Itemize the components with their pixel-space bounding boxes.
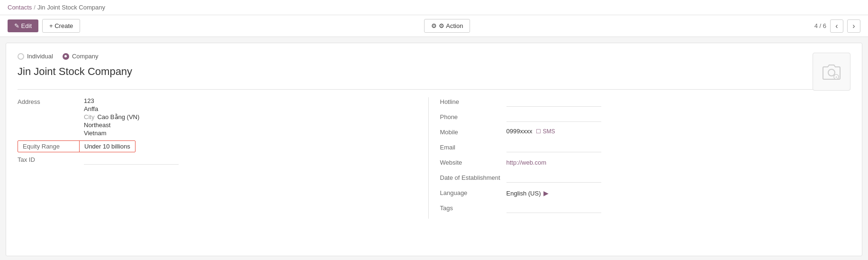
equity-range-wrapper: Equity Range Under 10 billions — [18, 140, 136, 152]
left-column: Address 123 Anffa City Cao Bằng (VN) Nor… — [18, 97, 428, 219]
website-value[interactable]: http://web.com — [506, 158, 547, 166]
city-label: City — [84, 113, 94, 121]
address-country: Vietnam — [84, 130, 139, 137]
company-radio[interactable] — [63, 53, 69, 60]
sms-label: SMS — [542, 128, 555, 135]
create-button[interactable]: + Create — [42, 19, 80, 33]
website-row: Website http://web.com — [440, 158, 851, 170]
svg-text:+: + — [835, 75, 838, 80]
mobile-row: Mobile 0999xxxx ☐ SMS — [440, 128, 851, 140]
individual-label: Individual — [27, 53, 53, 60]
tags-row: Tags — [440, 204, 851, 216]
phone-value[interactable] — [506, 112, 601, 122]
language-label: Language — [440, 188, 506, 196]
address-city-line: City Cao Bằng (VN) — [84, 113, 139, 121]
main-content: + Individual Company Jin Joint Stock Com… — [6, 43, 862, 256]
hotline-label: Hotline — [440, 97, 506, 105]
tax-id-value[interactable] — [84, 155, 179, 165]
divider — [18, 89, 850, 90]
email-label: Email — [440, 143, 506, 151]
address-line2: Anffa — [84, 105, 139, 112]
company-label: Company — [72, 53, 99, 60]
sms-icon: ☐ — [536, 128, 541, 135]
mobile-label: Mobile — [440, 128, 506, 136]
action-label: ⚙ Action — [439, 22, 463, 29]
breadcrumb-separator: / — [34, 4, 36, 11]
action-button[interactable]: ⚙ ⚙ Action — [424, 19, 470, 33]
email-row: Email — [440, 143, 851, 155]
breadcrumb-current: Jin Joint Stock Company — [37, 4, 105, 11]
pager-next-button[interactable]: › — [847, 19, 860, 33]
type-company[interactable]: Company — [63, 53, 99, 60]
hotline-row: Hotline — [440, 97, 851, 110]
camera-icon: + — [822, 63, 841, 80]
hotline-value[interactable] — [506, 97, 601, 107]
gear-icon: ⚙ — [431, 22, 437, 29]
phone-row: Phone — [440, 112, 851, 125]
city-value: Cao Bằng (VN) — [97, 113, 139, 121]
photo-placeholder[interactable]: + — [813, 53, 850, 91]
equity-range-label: Equity Range — [18, 141, 80, 152]
breadcrumb: Contacts / Jin Joint Stock Company — [0, 0, 868, 15]
language-icon: ▶ — [543, 189, 549, 197]
equity-range-value: Under 10 billions — [80, 141, 135, 152]
tags-value[interactable] — [506, 204, 601, 213]
pager: 4 / 6 ‹ › — [814, 19, 860, 33]
address-field: Address 123 Anffa City Cao Bằng (VN) Nor… — [18, 97, 428, 138]
tax-id-row: Tax ID — [18, 155, 428, 167]
email-value[interactable] — [506, 143, 601, 152]
toolbar: ✎ Edit + Create ⚙ ⚙ Action 4 / 6 ‹ › — [0, 15, 868, 37]
address-value: 123 Anffa City Cao Bằng (VN) Northeast V… — [84, 97, 139, 138]
mobile-value-group: 0999xxxx ☐ SMS — [506, 128, 555, 135]
phone-label: Phone — [440, 112, 506, 121]
tax-id-label: Tax ID — [18, 155, 84, 163]
date-establishment-label: Date of Establishment — [440, 173, 506, 181]
svg-point-0 — [828, 69, 835, 76]
type-selector: Individual Company — [18, 53, 850, 60]
tags-label: Tags — [440, 204, 506, 212]
date-establishment-value[interactable] — [506, 173, 601, 183]
company-name: Jin Joint Stock Company — [18, 65, 850, 78]
address-region: Northeast — [84, 121, 139, 129]
edit-button[interactable]: ✎ Edit — [8, 19, 38, 32]
type-individual[interactable]: Individual — [18, 53, 53, 60]
pager-prev-button[interactable]: ‹ — [830, 19, 843, 33]
language-row: Language English (US) ▶ — [440, 188, 851, 201]
address-line1: 123 — [84, 97, 139, 104]
breadcrumb-parent[interactable]: Contacts — [8, 4, 32, 11]
individual-radio[interactable] — [18, 53, 24, 60]
website-label: Website — [440, 158, 506, 166]
date-establishment-row: Date of Establishment — [440, 173, 851, 186]
sms-button[interactable]: ☐ SMS — [536, 128, 555, 135]
language-value: English (US) ▶ — [506, 188, 549, 197]
equity-range-row: Equity Range Under 10 billions — [18, 140, 428, 152]
form-columns: Address 123 Anffa City Cao Bằng (VN) Nor… — [18, 97, 850, 219]
right-column: Hotline Phone Mobile 0999xxxx ☐ SMS — [428, 97, 851, 219]
mobile-number: 0999xxxx — [506, 128, 533, 135]
address-label: Address — [18, 97, 84, 105]
pager-text: 4 / 6 — [814, 22, 826, 29]
